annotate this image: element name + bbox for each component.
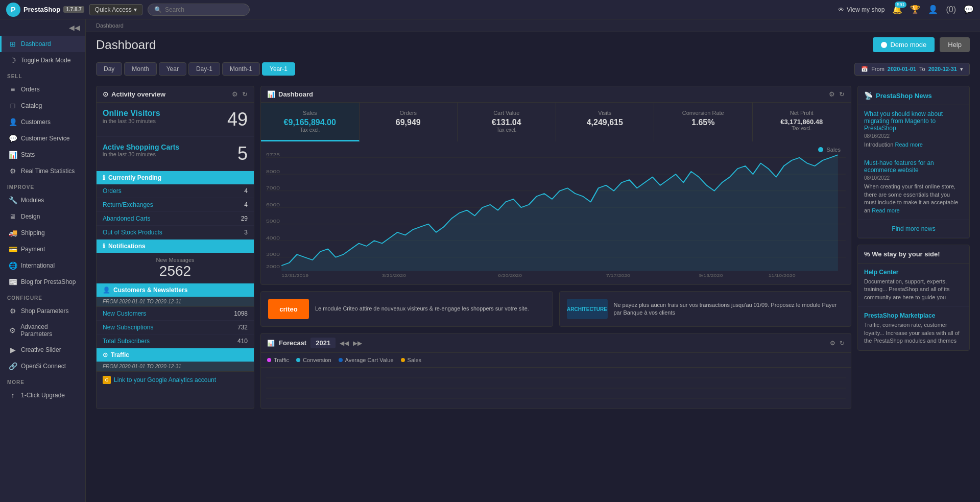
customers-icon: 👤 [9, 118, 17, 126]
sidebar-item-shop-params[interactable]: ⚙ Shop Parameters [0, 303, 85, 319]
refresh-icon[interactable]: ↻ [840, 340, 845, 347]
stat-net-profit[interactable]: Net Profit €3,171,860.48 Tax excl. [753, 103, 851, 141]
page-title: Dashboard [96, 38, 156, 52]
support-help-center: Help Center Documentation, support, expe… [858, 264, 969, 307]
sidebar-item-international[interactable]: 🌐 International [0, 257, 85, 274]
forecast-year: 2021 [310, 338, 336, 348]
forecast-header: 📊 Forecast 2021 ◀◀ ▶▶ ⚙ ↻ [261, 333, 851, 353]
collapse-button[interactable]: ◀◀ [0, 19, 85, 36]
sidebar-item-customer-service[interactable]: 💬 Customer Service [0, 130, 85, 147]
tab-day[interactable]: Day [96, 62, 122, 76]
sidebar-item-customers[interactable]: 👤 Customers [0, 114, 85, 130]
top-nav-right: 👁 View my shop 🔔 591 🏆 👤 (0) 💬 [838, 5, 974, 14]
support-title: % We stay by your side! [864, 250, 963, 258]
sidebar-item-1click-upgrade[interactable]: ↑ 1-Click Upgrade [0, 387, 85, 403]
sidebar-item-dark-mode[interactable]: ☽ Toggle Dark Mode [0, 52, 85, 68]
conversion-label: Conversion [303, 357, 331, 363]
news-item-2-title[interactable]: Must-have features for an ecommerce webs… [864, 159, 963, 174]
tab-month[interactable]: Month [124, 62, 156, 76]
pending-out-of-stock-link[interactable]: Out of Stock Products [103, 229, 162, 236]
sidebar-item-creative-slider[interactable]: ▶ Creative Slider [0, 342, 85, 358]
sidebar-label: Shipping [21, 229, 45, 236]
search-input[interactable] [165, 6, 243, 13]
stat-orders[interactable]: Orders 69,949 [360, 103, 458, 141]
pending-abandoned-link[interactable]: Abandoned Carts [103, 215, 150, 222]
pending-orders-link[interactable]: Orders [103, 187, 122, 195]
total-subscribers-link[interactable]: Total Subscribers [103, 338, 150, 345]
sidebar-item-modules[interactable]: 🔧 Modules [0, 192, 85, 208]
stat-cart-value[interactable]: Cart Value €131.04 Tax excl. [458, 103, 556, 141]
trophy-icon[interactable]: 🏆 [910, 5, 920, 14]
news-item-2-date: 08/10/2022 [864, 175, 963, 181]
help-center-link[interactable]: Help Center [864, 269, 963, 276]
sidebar-item-orders[interactable]: ≡ Orders [0, 81, 85, 98]
stat-net-profit-value: €3,171,860.48 [759, 118, 845, 126]
sidebar-item-opensi[interactable]: 🔗 OpenSi Connect [0, 358, 85, 374]
demo-mode-button[interactable]: Demo mode [873, 37, 935, 52]
tab-day-1[interactable]: Day-1 [188, 62, 220, 76]
quick-access-button[interactable]: Quick Access ▾ [89, 4, 142, 15]
stat-orders-label: Orders [366, 110, 451, 116]
google-analytics-link[interactable]: Link to your Google Analytics account [114, 376, 216, 384]
sidebar-item-advanced-params[interactable]: ⚙ Advanced Parameters [0, 319, 85, 342]
sidebar-item-dashboard[interactable]: ⊞ Dashboard [0, 36, 85, 52]
sidebar-label: Design [21, 213, 40, 220]
marketplace-link[interactable]: PrestaShop Marketplace [864, 312, 963, 319]
dashboard-icon: ⊞ [9, 40, 17, 48]
sidebar-label: Shop Parameters [21, 307, 68, 315]
app-version: 1.7.8.7 [63, 6, 84, 13]
refresh-icon[interactable]: ↻ [242, 90, 248, 98]
sidebar-item-design[interactable]: 🖥 Design [0, 208, 85, 225]
clock-icon: ⊙ [103, 90, 108, 98]
sidebar-item-real-time-stats[interactable]: ⚙ Real Time Statistics [0, 163, 85, 179]
news-item-1-read-more[interactable]: Read more [895, 141, 923, 148]
svg-marker-21 [281, 155, 838, 271]
forecast-prev[interactable]: ◀◀ [340, 340, 349, 347]
search-bar[interactable]: 🔍 [148, 4, 250, 16]
new-subscriptions-link[interactable]: New Subscriptions [103, 324, 153, 331]
pending-section: ℹ Currently Pending Orders 4 Return/Exch… [97, 171, 254, 240]
settings-icon[interactable]: ⚙ [232, 90, 238, 98]
sidebar-item-stats[interactable]: 📊 Stats [0, 147, 85, 163]
stat-visits-value: 4,249,615 [562, 118, 648, 127]
stat-sales-note: Tax excl. [267, 127, 353, 133]
svg-text:4000: 4000 [266, 235, 280, 241]
settings-icon[interactable]: ⚙ [829, 90, 835, 98]
cart-icon[interactable]: (0) [946, 5, 956, 14]
sidebar-item-payment[interactable]: 💳 Payment [0, 241, 85, 257]
stat-conversion[interactable]: Conversion Rate 1.65% [654, 103, 753, 141]
help-button[interactable]: Help [940, 37, 970, 52]
support-marketplace: PrestaShop Marketplace Traffic, conversi… [858, 307, 969, 350]
user-icon[interactable]: 👤 [928, 5, 938, 14]
sidebar-label: OpenSi Connect [21, 363, 66, 370]
settings-icon[interactable]: ⚙ [830, 340, 835, 347]
forecast-next[interactable]: ▶▶ [353, 340, 362, 347]
configure-section-header: CONFIGURE [0, 290, 85, 303]
stat-sales[interactable]: Sales €9,165,894.00 Tax excl. [261, 103, 360, 141]
svg-text:9/13/2020: 9/13/2020 [699, 273, 723, 277]
news-item-2-read-more[interactable]: Read more [872, 207, 899, 213]
tab-month-1[interactable]: Month-1 [222, 62, 260, 76]
svg-text:5000: 5000 [266, 219, 280, 224]
sidebar-item-catalog[interactable]: □ Catalog [0, 98, 85, 114]
sidebar-item-shipping[interactable]: 🚚 Shipping [0, 225, 85, 241]
legend-traffic: Traffic [267, 357, 289, 363]
find-more-news[interactable]: Find more news [858, 220, 969, 238]
orders-icon: ≡ [9, 85, 17, 93]
refresh-icon[interactable]: ↻ [839, 90, 845, 98]
tab-year-1[interactable]: Year-1 [262, 62, 295, 76]
stat-visits[interactable]: Visits 4,249,615 [556, 103, 655, 141]
tab-year[interactable]: Year [159, 62, 186, 76]
pending-returns-link[interactable]: Return/Exchanges [103, 201, 153, 208]
new-customers-link[interactable]: New Customers [103, 310, 146, 317]
active-carts-title: Active Shopping Carts [103, 143, 248, 151]
news-item-1-title[interactable]: What you should know about migrating fro… [864, 110, 963, 132]
sales-chart: Sales 9725 [261, 141, 851, 284]
ad-architecture-text: Ne payez plus aucun frais sur vos transa… [614, 301, 844, 317]
date-range-picker[interactable]: 📅 From 2020-01-01 To 2020-12-31 ▾ [854, 63, 970, 76]
view-shop-link[interactable]: 👁 View my shop [838, 6, 885, 13]
stat-net-profit-label: Net Profit [759, 110, 845, 116]
chat-icon[interactable]: 💬 [964, 5, 974, 14]
notifications-button[interactable]: 🔔 591 [892, 5, 902, 14]
sidebar-item-blog[interactable]: 📰 Blog for PrestaShop [0, 274, 85, 290]
